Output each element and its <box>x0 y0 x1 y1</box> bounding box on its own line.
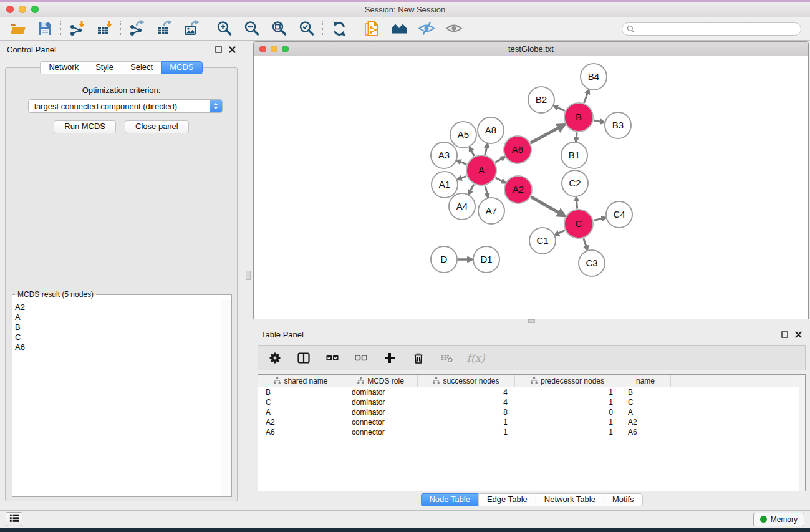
close-window-button[interactable] <box>6 6 14 13</box>
edge-B-B4[interactable] <box>584 93 588 103</box>
export-table-icon[interactable] <box>156 20 173 37</box>
tab-edge-table[interactable]: Edge Table <box>478 493 536 506</box>
horizontal-splitter-handle[interactable] <box>528 319 535 323</box>
table-row[interactable]: Adominator80A <box>258 407 805 417</box>
result-item[interactable]: A2 <box>13 302 221 312</box>
column-header-mcds-role[interactable]: MCDS role <box>344 375 418 387</box>
unselect-all-columns-icon[interactable] <box>353 350 369 366</box>
vertical-splitter-handle[interactable] <box>246 271 251 280</box>
edge-B-B1[interactable] <box>576 132 577 138</box>
run-mcds-button[interactable]: Run MCDS <box>54 120 116 133</box>
edge-A-A3[interactable] <box>460 162 466 164</box>
column-header-name[interactable]: name <box>620 375 671 387</box>
network-minimize-button[interactable] <box>271 46 277 52</box>
edge-C-C4[interactable] <box>594 218 602 220</box>
import-network-icon[interactable] <box>69 20 86 37</box>
graph-node-C4[interactable]: C4 <box>606 201 632 228</box>
graph-node-A3[interactable]: A3 <box>431 142 457 168</box>
graph-node-C3[interactable]: C3 <box>579 250 605 276</box>
minimize-window-button[interactable] <box>19 6 26 13</box>
column-header-predecessor-nodes[interactable]: predecessor nodes <box>515 375 620 387</box>
edge-A-A6[interactable] <box>495 158 502 162</box>
refresh-icon[interactable] <box>330 20 348 37</box>
table-row[interactable]: Bdominator41B <box>258 387 805 397</box>
edge-A-A2[interactable] <box>496 178 503 181</box>
float-table-panel-icon[interactable] <box>781 331 788 338</box>
table-scrollbar[interactable] <box>799 375 805 491</box>
graph-node-A6[interactable]: A6 <box>504 136 531 163</box>
save-session-icon[interactable] <box>36 20 54 37</box>
network-zoom-button[interactable] <box>282 46 289 52</box>
tab-network[interactable]: Network <box>40 61 87 74</box>
edge-A-A7[interactable] <box>485 186 487 194</box>
tab-motifs[interactable]: Motifs <box>604 493 643 506</box>
show-columns-icon[interactable] <box>296 350 312 366</box>
tab-network-table[interactable]: Network Table <box>536 493 604 506</box>
graph-node-B4[interactable]: B4 <box>581 64 607 90</box>
edge-A-A5[interactable] <box>471 150 475 156</box>
memory-button[interactable]: Memory <box>753 513 804 526</box>
graph-node-A1[interactable]: A1 <box>432 172 458 198</box>
float-panel-icon[interactable] <box>215 46 222 53</box>
tab-select[interactable]: Select <box>122 61 161 74</box>
table-row[interactable]: A2connector11A2 <box>258 417 805 427</box>
graph-node-B2[interactable]: B2 <box>528 87 554 113</box>
tab-mcds[interactable]: MCDS <box>161 61 202 74</box>
network-close-button[interactable] <box>259 46 266 52</box>
graph-node-B1[interactable]: B1 <box>561 142 587 168</box>
zoom-fit-icon[interactable] <box>271 20 288 37</box>
edge-A-A4[interactable] <box>470 185 474 191</box>
result-scrollbar[interactable] <box>221 300 231 496</box>
zoom-in-icon[interactable] <box>216 20 233 37</box>
graph-node-D[interactable]: D <box>431 246 457 273</box>
delete-column-icon[interactable] <box>410 350 427 366</box>
tab-style[interactable]: Style <box>87 61 122 74</box>
result-item[interactable]: A <box>13 312 221 322</box>
graph-node-A7[interactable]: A7 <box>478 198 504 224</box>
graph-node-C[interactable]: C <box>564 210 593 238</box>
edge-B-B2[interactable] <box>557 107 564 111</box>
edge-A-A8[interactable] <box>485 147 487 155</box>
zoom-selected-icon[interactable] <box>298 20 316 37</box>
column-header-shared-name[interactable]: shared name <box>258 375 344 387</box>
graph-node-A8[interactable]: A8 <box>478 117 504 143</box>
zoom-window-button[interactable] <box>31 6 39 13</box>
criterion-select[interactable]: largest connected component (directed) <box>28 99 223 113</box>
edge-C-C1[interactable] <box>558 230 564 233</box>
edge-A-A1[interactable] <box>461 176 466 178</box>
close-panel-button[interactable]: Close panel <box>125 120 189 133</box>
edge-B-B3[interactable] <box>594 120 601 122</box>
graph-node-A[interactable]: A <box>466 155 496 185</box>
edge-A2-C[interactable] <box>531 197 559 213</box>
select-all-columns-icon[interactable] <box>324 350 340 366</box>
graph-node-B3[interactable]: B3 <box>605 112 631 138</box>
result-item[interactable]: B <box>13 322 221 332</box>
network-document-icon[interactable] <box>363 20 380 37</box>
edge-C-C3[interactable] <box>584 238 586 246</box>
edge-C-C2[interactable] <box>577 201 577 209</box>
search-input[interactable] <box>638 24 796 34</box>
open-file-icon[interactable] <box>9 20 26 37</box>
graph-node-C1[interactable]: C1 <box>529 228 556 254</box>
zoom-out-icon[interactable] <box>243 20 261 37</box>
network-window-titlebar[interactable]: testGlobe.txt <box>254 42 808 57</box>
result-item[interactable]: C <box>13 332 221 342</box>
window-titlebar[interactable]: Session: New Session <box>0 2 810 17</box>
graph-node-C2[interactable]: C2 <box>562 170 588 196</box>
edge-A6-B[interactable] <box>531 128 559 143</box>
houses-icon[interactable] <box>390 20 408 37</box>
add-column-icon[interactable] <box>382 350 398 366</box>
close-table-panel-icon[interactable] <box>795 331 802 338</box>
graph-node-B[interactable]: B <box>564 103 593 132</box>
network-canvas[interactable]: AA6A2BCA1A3A4A5A7A8B1B2B3B4C1C2C3C4DD1 <box>254 56 808 319</box>
graph-node-A5[interactable]: A5 <box>450 122 476 148</box>
search-field[interactable] <box>622 22 801 36</box>
column-header-successor-nodes[interactable]: successor nodes <box>418 375 515 387</box>
export-image-icon[interactable] <box>183 20 201 37</box>
graph-node-A4[interactable]: A4 <box>449 193 475 220</box>
task-history-button[interactable] <box>6 512 22 526</box>
graph-node-A2[interactable]: A2 <box>504 176 532 203</box>
export-network-icon[interactable] <box>128 20 146 37</box>
close-panel-icon[interactable] <box>229 46 236 53</box>
table-mode-gear-icon[interactable] <box>267 350 283 366</box>
